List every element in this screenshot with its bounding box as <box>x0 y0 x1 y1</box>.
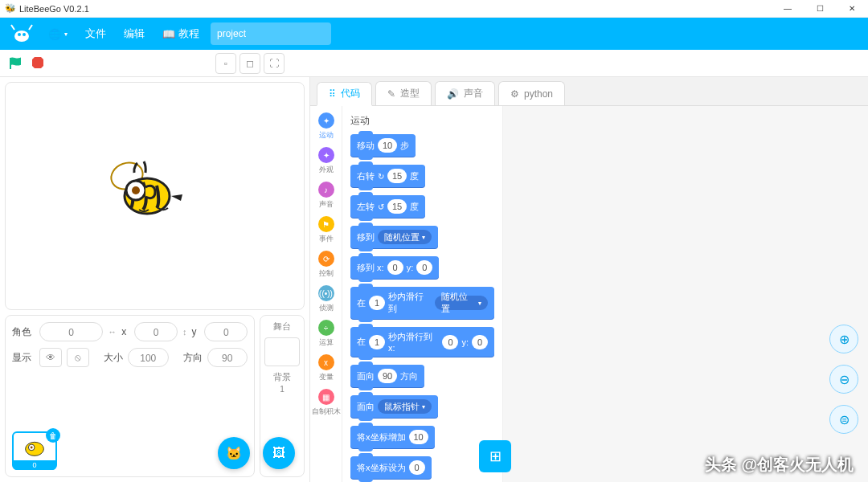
stage-toolbar: ▫ ◻ ⛶ <box>0 50 868 77</box>
project-name-input[interactable]: project <box>211 22 331 45</box>
glide-target-dropdown[interactable]: 随机位置 <box>435 296 488 310</box>
sprite-name-label: 角色 <box>12 325 35 339</box>
block-glide-xy[interactable]: 在1秒内滑行到 x:0y:0 <box>350 327 494 357</box>
window-title: LiteBeeGo V0.2.1 <box>19 4 89 14</box>
tab-python[interactable]: ⚙python <box>498 81 565 105</box>
eye-open-icon: 👁 <box>46 352 55 363</box>
block-move-steps[interactable]: 移动10步 <box>350 134 416 157</box>
category-operators[interactable]: ÷运算 <box>312 318 341 349</box>
svg-marker-3 <box>32 57 43 68</box>
watermark-text: 头条 @创客火无人机 <box>705 454 854 476</box>
top-menubar: 🌐▾ 文件 编辑 📖 教程 project <box>0 18 868 50</box>
backdrop-label: 背景 <box>273 371 291 383</box>
sprite-on-stage[interactable] <box>99 152 187 224</box>
window-minimize-button[interactable]: — <box>772 0 804 18</box>
block-change-x[interactable]: 将x坐标增加10 <box>350 426 435 448</box>
add-extension-button[interactable]: ⊞ <box>479 440 511 472</box>
zoom-reset-icon: ⊜ <box>839 412 850 427</box>
block-point-towards[interactable]: 面向鼠标指针 <box>350 395 438 418</box>
sprite-name-input[interactable]: 0 <box>39 322 103 341</box>
category-myblocks[interactable]: ▦自制积木 <box>312 387 341 419</box>
svg-point-10 <box>31 447 33 449</box>
window-maximize-button[interactable]: ☐ <box>804 0 836 18</box>
category-sound[interactable]: ♪声音 <box>312 180 341 211</box>
xy-arrows-icon: ↕ <box>182 327 187 337</box>
hide-sprite-button[interactable]: ⦸ <box>67 348 89 367</box>
zoom-out-button[interactable]: ⊖ <box>829 365 858 394</box>
tab-code[interactable]: ⠿代码 <box>317 82 372 106</box>
file-menu[interactable]: 文件 <box>79 27 113 41</box>
script-workspace[interactable]: ⊞ ⊕ ⊖ ⊜ <box>503 106 868 482</box>
globe-icon: 🌐 <box>48 28 61 40</box>
zoom-in-icon: ⊕ <box>839 332 850 347</box>
sprite-size-input[interactable]: 100 <box>128 348 169 367</box>
cat-plus-icon: 🐱 <box>226 446 242 461</box>
green-flag-button[interactable] <box>5 53 26 74</box>
edit-menu[interactable]: 编辑 <box>117 27 151 41</box>
brush-icon: ✎ <box>387 88 395 100</box>
editor-tabs: ⠿代码 ✎造型 🔊声音 ⚙python <box>310 77 868 106</box>
sprite-y-input[interactable]: 0 <box>204 322 248 341</box>
sprite-thumbnail[interactable]: 🗑 0 <box>12 431 57 470</box>
show-label: 显示 <box>12 351 35 365</box>
stage-title-label: 舞台 <box>273 321 291 333</box>
eye-closed-icon: ⦸ <box>75 352 81 363</box>
stop-button[interactable] <box>31 55 47 71</box>
python-icon: ⚙ <box>510 88 519 100</box>
block-glide-random[interactable]: 在1秒内滑行到随机位置 <box>350 287 494 319</box>
category-sensing[interactable]: ((•))侦测 <box>312 284 341 315</box>
block-point-direction[interactable]: 面向90方向 <box>350 365 424 387</box>
stage-large-button[interactable]: ◻ <box>240 53 260 74</box>
book-icon: 📖 <box>162 28 175 40</box>
block-goto-xy[interactable]: 移到 x:0y:0 <box>350 256 439 279</box>
category-motion[interactable]: ✦运动 <box>312 111 341 142</box>
zoom-in-button[interactable]: ⊕ <box>829 325 858 353</box>
rotate-ccw-icon: ↺ <box>378 202 384 211</box>
block-turn-left[interactable]: 左转↺15度 <box>350 195 425 218</box>
code-icon: ⠿ <box>329 88 336 100</box>
point-target-dropdown[interactable]: 鼠标指针 <box>378 399 432 414</box>
window-titlebar: 🐝 LiteBeeGo V0.2.1 — ☐ ✕ <box>0 0 868 18</box>
svg-point-2 <box>23 33 26 36</box>
tab-costume[interactable]: ✎造型 <box>375 81 432 105</box>
category-events[interactable]: ⚑事件 <box>312 214 341 246</box>
tab-sound[interactable]: 🔊声音 <box>435 81 495 105</box>
block-category-rail: ✦运动 ✦外观 ♪声音 ⚑事件 ⟳控制 ((•))侦测 ÷运算 x变量 ▦自制积… <box>310 106 342 482</box>
extension-plus-icon: ⊞ <box>489 447 502 465</box>
backdrop-count: 1 <box>280 385 285 394</box>
svg-point-0 <box>14 31 29 42</box>
delete-sprite-button[interactable]: 🗑 <box>46 428 60 443</box>
category-control[interactable]: ⟳控制 <box>312 249 341 280</box>
svg-point-1 <box>18 33 21 36</box>
category-looks[interactable]: ✦外观 <box>312 145 341 177</box>
svg-point-7 <box>132 186 140 194</box>
image-plus-icon: 🖼 <box>272 446 285 460</box>
sprite-direction-input[interactable]: 90 <box>207 348 248 367</box>
language-menu[interactable]: 🌐▾ <box>42 28 74 40</box>
add-sprite-button[interactable]: 🐱 <box>218 437 250 469</box>
tutorial-menu[interactable]: 📖 教程 <box>156 27 206 41</box>
zoom-out-icon: ⊖ <box>839 372 850 387</box>
window-close-button[interactable]: ✕ <box>836 0 868 18</box>
block-palette: 运动 移动10步 右转↻15度 左转↺15度 移到随机位置 移到 x:0y:0 <box>342 106 503 482</box>
category-variables[interactable]: x变量 <box>312 353 341 384</box>
palette-heading: 运动 <box>350 114 494 128</box>
app-logo-icon <box>6 22 37 46</box>
trash-icon: 🗑 <box>49 431 57 440</box>
speaker-icon: 🔊 <box>447 88 459 100</box>
block-turn-right[interactable]: 右转↻15度 <box>350 165 425 187</box>
zoom-reset-button[interactable]: ⊜ <box>829 405 858 434</box>
block-goto-random[interactable]: 移到随机位置 <box>350 226 438 248</box>
stage-canvas[interactable] <box>5 82 305 310</box>
show-sprite-button[interactable]: 👁 <box>39 348 62 367</box>
stage-full-button[interactable]: ⛶ <box>264 53 285 74</box>
goto-target-dropdown[interactable]: 随机位置 <box>378 230 432 244</box>
block-set-x[interactable]: 将x坐标设为0 <box>350 456 432 479</box>
xy-arrows-icon: ↔ <box>108 327 117 337</box>
rotate-cw-icon: ↻ <box>378 172 384 181</box>
add-backdrop-button[interactable]: 🖼 <box>263 437 295 469</box>
backdrop-thumbnail[interactable] <box>264 337 300 366</box>
stage-small-button[interactable]: ▫ <box>215 53 236 74</box>
sprite-x-input[interactable]: 0 <box>134 322 178 341</box>
